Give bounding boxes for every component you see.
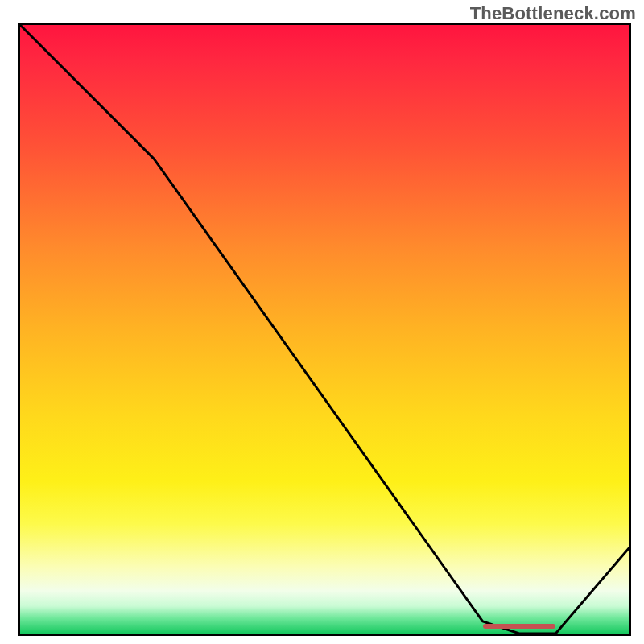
watermark-text: TheBottleneck.com [470, 3, 636, 24]
bottleneck-curve-path [20, 25, 629, 634]
chart-frame: TheBottleneck.com [0, 0, 644, 644]
optimal-band-marker [483, 624, 556, 629]
curve-svg [20, 25, 629, 634]
plot-area [18, 23, 631, 636]
